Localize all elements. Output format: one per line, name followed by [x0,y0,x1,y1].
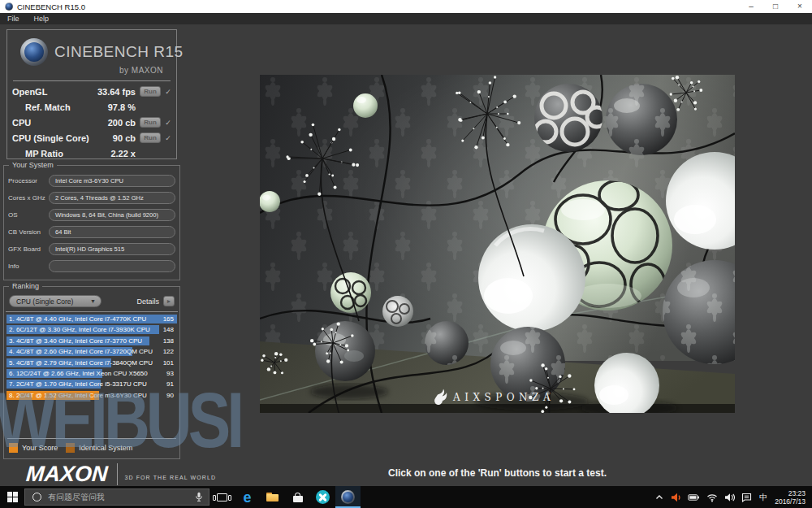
aixsponza-logo: AIXSPONZA ® [434,389,555,405]
chevron-down-icon: ▼ [90,298,96,304]
system-field-row: CB Version64 Bit [4,224,179,241]
task-view-button[interactable] [209,486,235,508]
your-system-title: Your System [9,161,57,169]
search-text: 有问题尽管问我 [48,492,195,503]
folder-icon [266,493,279,501]
file-explorer-button[interactable] [260,486,285,508]
maxon-wordmark: MAXON [25,462,109,487]
system-field-value[interactable]: Intel(R) HD Graphics 515 [49,243,175,255]
ranking-row-label: 5. 4C/8T @ 2.79 GHz, Intel Core i7-3840Q… [9,359,153,367]
system-field-label: CB Version [8,228,49,236]
system-field-label: Cores x GHz [8,194,49,202]
system-field-value[interactable]: Windows 8, 64 Bit, China (build 9200) [49,209,175,221]
ranking-legend: Your ScoreIdentical System [9,443,140,453]
system-field-value[interactable]: 2 Cores, 4 Threads @ 1.52 GHz [49,192,175,204]
volume-icon[interactable] [724,493,735,502]
chevron-up-icon[interactable] [654,493,664,502]
ranking-row: 1. 4C/8T @ 4.40 GHz, Intel Core i7-4770K… [6,315,177,323]
render-preview: AIXSPONZA ® [260,75,735,413]
details-button[interactable]: ► [163,296,175,306]
run-button[interactable]: Run [140,86,161,97]
wifi-icon[interactable] [706,493,718,502]
search-input[interactable]: 有问题尽管问我 [24,488,209,506]
system-field-row: Cores x GHz2 Cores, 4 Threads @ 1.52 GHz [4,189,179,206]
result-value: 33.64 fps [97,87,136,97]
battery-icon[interactable] [688,493,700,502]
result-value: 200 cb [108,118,136,128]
ranking-row-score: 122 [163,348,174,355]
window-title: CINEBENCH R15.0 [17,2,85,11]
divider [117,463,118,485]
edge-browser-button[interactable]: e [235,486,260,508]
ranking-row-label: 8. 2C/4T @ 1.52 GHz, Intel Core m3-6Y30 … [9,392,147,399]
media-app-button[interactable] [310,486,335,508]
ranking-row-label: 7. 2C/4T @ 1.70 GHz, Intel Core i5-3317U… [9,380,147,388]
ranking-row: 3. 4C/8T @ 3.40 GHz, Intel Core i7-3770 … [6,336,177,345]
run-button[interactable]: Run [140,132,161,143]
ranking-row: 4. 4C/8T @ 2.60 GHz, Intel Core i7-3720Q… [6,347,177,356]
close-button[interactable]: × [788,0,812,13]
ranking-row-label: 4. 4C/8T @ 2.60 GHz, Intel Core i7-3720Q… [9,348,153,355]
system-field-label: GFX Board [8,245,49,253]
ranking-row-score: 148 [163,326,174,333]
system-field-value[interactable] [49,260,175,272]
check-icon: ✓ [163,88,173,96]
app-logo-title: CINEBENCH R15 [54,38,184,66]
minimize-button[interactable]: – [739,0,763,13]
legend-item: Identical System [66,443,132,453]
start-button[interactable] [0,486,24,508]
result-label: MP Ratio [12,149,63,158]
pinwheel-app-icon [316,490,330,504]
taskbar: 有问题尽管问我 e [0,486,812,508]
system-field-row: GFX BoardIntel(R) HD Graphics 515 [4,241,179,258]
system-field-value[interactable]: 64 Bit [49,226,175,238]
result-row: MP Ratio2.22 x [12,145,173,161]
result-value: 97.8 % [108,102,136,112]
ranking-filter-value: CPU (Single Core) [16,297,90,306]
maximize-button[interactable]: □ [763,0,788,13]
run-slot [140,148,163,158]
result-row: CPU (Single Core)90 cbRun✓ [12,130,173,145]
action-center-icon[interactable] [741,493,752,502]
legend-color-swatch [9,443,18,453]
cinebench-logo-icon [20,38,48,66]
result-label: CPU [12,118,31,128]
system-field-label: Processor [8,177,49,185]
aixsponza-text: AIXSPONZA [452,392,555,403]
run-slot: Run [140,132,163,143]
run-button[interactable]: Run [140,117,161,128]
result-label: CPU (Single Core) [12,133,89,143]
run-slot [140,102,163,112]
ranking-row-score: 90 [166,392,174,399]
registered-mark: ® [546,390,551,396]
ranking-row: 5. 4C/8T @ 2.79 GHz, Intel Core i7-3840Q… [6,358,177,367]
ranking-row-score: 101 [163,359,174,367]
divider [13,80,171,81]
edge-icon: e [243,490,251,505]
menu-help[interactable]: Help [27,15,57,23]
run-slot: Run [140,86,163,97]
legend-label: Identical System [79,444,132,452]
cortana-icon [32,493,41,501]
check-icon: ✓ [163,119,173,127]
legend-label: Your Score [22,444,58,452]
cinebench-taskbar-button[interactable] [335,486,361,508]
audio-app-icon[interactable] [671,493,681,502]
ranking-row-score: 91 [166,380,174,388]
ranking-rows: 1. 4C/8T @ 4.40 GHz, Intel Core i7-4770K… [4,315,179,400]
screen: CINEBENCH R15.0 – □ × File Help CINEBENC… [0,0,812,508]
windows-store-button[interactable] [285,486,310,508]
ranking-row: 6. 12C/24T @ 2.66 GHz, Intel Xeon CPU X5… [6,369,177,378]
menu-file[interactable]: File [0,15,27,23]
ranking-row-score: 138 [163,337,174,345]
details-label: Details [136,297,159,306]
system-field-row: ProcessorIntel Core m3-6Y30 CPU [4,172,179,189]
taskbar-clock[interactable]: 23:23 2016/7/13 [775,489,806,506]
app-content: CINEBENCH R15 by MAXON OpenGL33.64 fpsRu… [0,24,812,486]
ranking-row-score: 93 [166,370,174,377]
system-field-value[interactable]: Intel Core m3-6Y30 CPU [49,175,175,187]
ranking-filter-dropdown[interactable]: CPU (Single Core) ▼ [9,295,102,307]
divider [6,311,178,312]
system-field-row: Info [4,258,179,275]
ime-indicator[interactable]: 中 [759,492,767,503]
